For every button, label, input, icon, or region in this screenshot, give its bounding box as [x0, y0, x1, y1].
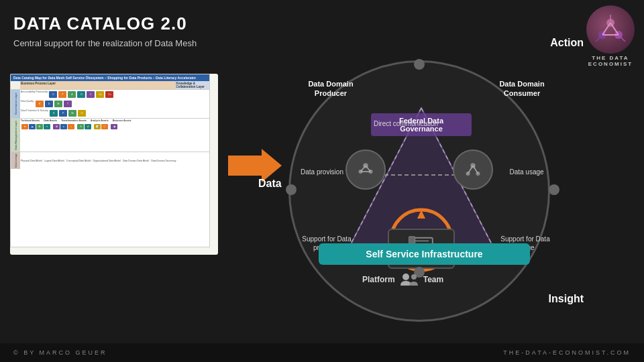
- catalog-map-image: Data Catalog Map for Data Mesh Self Serv…: [10, 74, 218, 255]
- logo-line-1: THE DATA: [588, 55, 633, 61]
- logo-text: THE DATA ECONOMIST: [588, 55, 633, 67]
- svg-point-35: [402, 274, 409, 280]
- catalog-map-header: Data Catalog Map for Data Mesh Self Serv…: [11, 74, 209, 81]
- dot-left: [286, 184, 297, 195]
- producer-label: Data Domain Producer: [301, 79, 361, 99]
- label-action: Action: [550, 37, 584, 49]
- dot-top: [414, 59, 425, 70]
- people-icon: [399, 272, 419, 287]
- page-title: DATA CATALOG 2.0: [13, 13, 197, 34]
- svg-line-29: [473, 166, 478, 174]
- svg-line-22: [361, 166, 366, 172]
- platform-team-row: Platform Team: [362, 272, 443, 287]
- page-subtitle: Central support for the realization of D…: [13, 38, 197, 48]
- team-label: Team: [423, 275, 443, 284]
- svg-line-28: [468, 166, 474, 174]
- svg-line-3: [602, 23, 610, 35]
- data-provision-label: Data provision: [295, 168, 349, 176]
- producer-node: [345, 149, 386, 190]
- footer-website: THE-DATA-ECONOMIST.COM: [503, 349, 631, 356]
- label-insight: Insight: [549, 293, 584, 305]
- ssi-button: Self Service Infrastructure: [319, 243, 530, 265]
- footer-copyright: © BY MARCO GEUER: [13, 349, 107, 356]
- svg-line-23: [366, 166, 371, 172]
- consumer-node: [453, 149, 493, 190]
- dot-right: [549, 184, 559, 195]
- logo-circle: [586, 5, 635, 54]
- main-diagram: Data Catalog Federal DataGovernance Data…: [255, 20, 590, 328]
- data-usage-label: Data usage: [500, 168, 553, 176]
- logo-line-2: ECONOMIST: [588, 61, 633, 67]
- platform-label: Platform: [362, 275, 395, 284]
- svg-line-4: [610, 23, 619, 35]
- logo-area: THE DATA ECONOMIST: [586, 5, 635, 67]
- footer: © BY MARCO GEUER THE-DATA-ECONOMIST.COM: [0, 343, 644, 362]
- label-data: Data: [258, 178, 282, 190]
- consumer-label: Data Domain Consumer: [488, 79, 555, 99]
- direct-comm-label: Direct communication: [369, 119, 443, 128]
- ssi-label: Self Service Infrastructure: [366, 249, 482, 259]
- svg-point-36: [411, 274, 417, 280]
- header-section: DATA CATALOG 2.0 Central support for the…: [13, 13, 197, 48]
